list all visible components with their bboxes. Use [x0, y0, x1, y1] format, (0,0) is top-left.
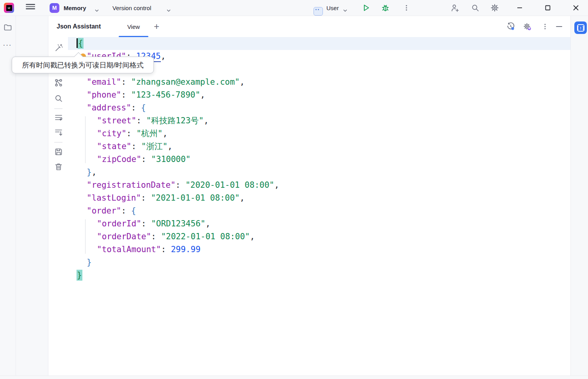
tool-window-title: Json Assistant [57, 16, 101, 37]
window-close-button[interactable] [571, 3, 581, 13]
add-tab-button[interactable]: + [151, 21, 162, 32]
indent-guide [85, 116, 86, 163]
code-line: "email": "zhangsan@example.com", [68, 76, 570, 89]
code-line: { [68, 37, 570, 50]
hide-tool-window-button[interactable] [554, 22, 564, 31]
indent-guide [85, 219, 86, 254]
format-magic-wand-icon[interactable] [54, 43, 63, 52]
tab-view[interactable]: View [119, 16, 148, 37]
intellij-logo-icon: IJ [4, 3, 14, 13]
history-settings-icon[interactable] [506, 22, 515, 31]
debug-button[interactable] [380, 3, 390, 13]
toolbar-separator [54, 109, 62, 109]
code-line: }, [68, 166, 570, 179]
code-line: "address": { [68, 101, 570, 114]
tool-window-toolbar [48, 37, 68, 375]
project-widget[interactable]: M [50, 0, 59, 16]
project-name[interactable]: Memory [64, 0, 86, 16]
settings-sync-icon[interactable] [522, 22, 532, 31]
code-line: "order": { [68, 205, 570, 217]
code-line: "state": "浙江", [68, 140, 570, 153]
vcs-widget[interactable]: Version control [112, 0, 151, 16]
status-bar [0, 375, 588, 379]
window-minimize-button[interactable] [515, 3, 525, 13]
structure-graph-icon[interactable] [54, 78, 63, 87]
code-line: } [68, 269, 570, 282]
json-viewer-editor[interactable]: {"userId": 12345,"email": "zhangsan@exam… [68, 37, 570, 375]
code-line: "registrationDate": "2020-01-01 08:00", [68, 179, 570, 192]
save-floppy-icon[interactable] [54, 147, 63, 157]
code-line: "zipCode": "310000" [68, 153, 570, 166]
main-titlebar: IJ M Memory Version control User [0, 0, 588, 16]
tool-window-options-kebab-icon[interactable] [540, 22, 550, 31]
toolbar-separator [54, 142, 62, 142]
search-everywhere-icon[interactable] [470, 3, 480, 13]
json-assistant-plugin-icon[interactable]: [:] [574, 21, 587, 34]
settings-gear-icon[interactable] [490, 3, 500, 13]
code-line: } [68, 256, 570, 269]
right-tool-stripe: [:] [570, 16, 588, 375]
more-actions-kebab-icon[interactable] [401, 3, 412, 13]
project-avatar: M [50, 3, 59, 13]
tooltip-text: 所有时间戳已转换为可读日期/时间格式 [22, 60, 143, 70]
code-line: "city": "杭州", [68, 127, 570, 140]
project-tool-window-folder-icon[interactable] [3, 23, 12, 32]
timestamp-conversion-tooltip: 所有时间戳已转换为可读日期/时间格式 [12, 57, 154, 73]
code-line: "orderId": "ORD123456", [68, 217, 570, 230]
code-line: "phone": "123-456-7890", [68, 89, 570, 101]
code-line: "orderDate": "2022-01-01 08:00", [68, 230, 570, 243]
convert-lines-icon[interactable] [54, 113, 63, 122]
run-config-name[interactable]: User [326, 0, 339, 16]
code-with-me-user-add-icon[interactable] [450, 3, 460, 13]
insert-lines-down-icon[interactable] [54, 128, 63, 137]
run-button[interactable] [361, 3, 371, 13]
window-maximize-button[interactable] [543, 3, 553, 13]
clear-trash-icon[interactable] [54, 162, 63, 171]
code-line: "lastLogin": "2021-01-01 08:00", [68, 192, 570, 205]
more-tool-windows-ellipsis-icon[interactable]: ··· [3, 40, 13, 48]
code-line: "street": "科技路123号", [68, 114, 570, 127]
tool-window-header: Json Assistant View + [48, 16, 570, 37]
code-line: "totalAmount": 299.99 [68, 243, 570, 256]
toolbar-search-icon[interactable] [54, 94, 63, 103]
